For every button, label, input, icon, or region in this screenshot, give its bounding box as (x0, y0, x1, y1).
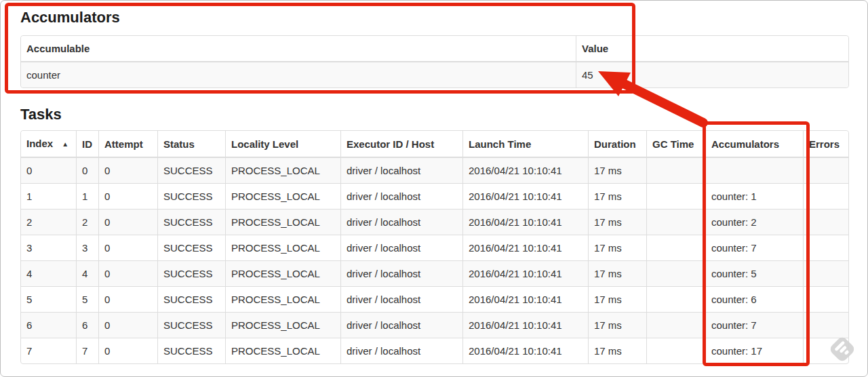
table-cell (803, 312, 848, 338)
table-cell (646, 286, 705, 312)
table-row: 660SUCCESSPROCESS_LOCALdriver / localhos… (21, 312, 848, 338)
table-cell: 2016/04/21 10:10:41 (462, 286, 588, 312)
table-cell (646, 260, 705, 286)
table-cell: counter: 7 (705, 312, 803, 338)
column-header-errors[interactable]: Errors (803, 131, 848, 157)
table-cell (803, 183, 848, 209)
table-cell: counter: 6 (705, 286, 803, 312)
table-row: 440SUCCESSPROCESS_LOCALdriver / localhos… (21, 260, 848, 286)
table-cell: 0 (98, 312, 157, 338)
table-cell: SUCCESS (157, 260, 225, 286)
table-cell: PROCESS_LOCAL (225, 209, 340, 235)
table-cell: PROCESS_LOCAL (225, 157, 340, 183)
table-cell: counter: 17 (705, 338, 803, 363)
column-header-launch-time[interactable]: Launch Time (462, 131, 588, 157)
table-row: 220SUCCESSPROCESS_LOCALdriver / localhos… (21, 209, 848, 235)
table-cell: 0 (76, 157, 98, 183)
page-frame: Accumulators AccumulableValue counter45 … (0, 0, 868, 377)
table-cell: PROCESS_LOCAL (225, 183, 340, 209)
table-cell: 6 (21, 312, 76, 338)
table-cell: 17 ms (588, 338, 646, 363)
column-header-status[interactable]: Status (157, 131, 225, 157)
table-row: 770SUCCESSPROCESS_LOCALdriver / localhos… (21, 338, 848, 363)
table-cell (646, 312, 705, 338)
tasks-header-row: Index▲IDAttemptStatusLocality LevelExecu… (21, 131, 848, 157)
table-cell: counter: 7 (705, 235, 803, 260)
table-cell: 1 (21, 183, 76, 209)
stage-detail-content: Accumulators AccumulableValue counter45 … (1, 1, 867, 364)
table-cell: 4 (76, 260, 98, 286)
table-cell (646, 209, 705, 235)
table-cell: counter: 5 (705, 260, 803, 286)
table-row: counter45 (21, 62, 848, 87)
column-header-id[interactable]: ID (76, 131, 98, 157)
column-header-attempt[interactable]: Attempt (98, 131, 157, 157)
table-cell: 17 ms (588, 312, 646, 338)
table-cell: driver / localhost (340, 209, 462, 235)
table-cell: 0 (98, 157, 157, 183)
column-header-index[interactable]: Index▲ (21, 131, 76, 157)
table-cell: 2016/04/21 10:10:41 (462, 183, 588, 209)
column-header-accumulable[interactable]: Accumulable (21, 36, 576, 62)
table-cell: 2016/04/21 10:10:41 (462, 209, 588, 235)
table-cell: 2016/04/21 10:10:41 (462, 312, 588, 338)
table-row: 330SUCCESSPROCESS_LOCALdriver / localhos… (21, 235, 848, 260)
table-cell: SUCCESS (157, 157, 225, 183)
table-cell: PROCESS_LOCAL (225, 312, 340, 338)
table-cell: counter (21, 62, 576, 87)
table-cell: 7 (76, 338, 98, 363)
tasks-table-body: 000SUCCESSPROCESS_LOCALdriver / localhos… (21, 157, 848, 363)
table-cell: driver / localhost (340, 157, 462, 183)
table-cell: PROCESS_LOCAL (225, 235, 340, 260)
table-cell: PROCESS_LOCAL (225, 286, 340, 312)
table-cell: 0 (98, 209, 157, 235)
table-cell: 17 ms (588, 235, 646, 260)
sort-ascending-icon: ▲ (62, 140, 68, 148)
table-cell: 45 (576, 62, 848, 87)
table-cell: counter: 1 (705, 183, 803, 209)
table-cell: 17 ms (588, 286, 646, 312)
table-cell: 17 ms (588, 183, 646, 209)
accumulators-header-row: AccumulableValue (21, 36, 848, 62)
table-cell: 17 ms (588, 209, 646, 235)
accumulators-section-title: Accumulators (20, 9, 849, 26)
table-cell: 7 (21, 338, 76, 363)
column-header-accumulators[interactable]: Accumulators (705, 131, 803, 157)
table-cell: 0 (98, 183, 157, 209)
table-cell: 6 (76, 312, 98, 338)
table-cell: 2 (76, 209, 98, 235)
table-row: 550SUCCESSPROCESS_LOCALdriver / localhos… (21, 286, 848, 312)
table-cell (803, 260, 848, 286)
table-cell (803, 338, 848, 363)
tasks-table: Index▲IDAttemptStatusLocality LevelExecu… (20, 130, 849, 364)
column-header-value[interactable]: Value (576, 36, 848, 62)
table-cell: counter: 2 (705, 209, 803, 235)
table-cell: 2 (21, 209, 76, 235)
table-cell: SUCCESS (157, 209, 225, 235)
table-cell: driver / localhost (340, 338, 462, 363)
table-cell (646, 157, 705, 183)
accumulators-table: AccumulableValue counter45 (20, 35, 849, 88)
column-header-duration[interactable]: Duration (588, 131, 646, 157)
table-cell: PROCESS_LOCAL (225, 338, 340, 363)
table-cell: SUCCESS (157, 338, 225, 363)
tasks-section-title: Tasks (20, 106, 849, 123)
table-row: 110SUCCESSPROCESS_LOCALdriver / localhos… (21, 183, 848, 209)
table-cell (803, 286, 848, 312)
table-cell: 17 ms (588, 157, 646, 183)
table-cell: 5 (21, 286, 76, 312)
table-cell: PROCESS_LOCAL (225, 260, 340, 286)
table-cell (646, 338, 705, 363)
table-cell: 2016/04/21 10:10:41 (462, 235, 588, 260)
table-cell: 3 (21, 235, 76, 260)
column-header-gc-time[interactable]: GC Time (646, 131, 705, 157)
column-header-executor-id-host[interactable]: Executor ID / Host (340, 131, 462, 157)
column-header-locality-level[interactable]: Locality Level (225, 131, 340, 157)
table-cell: driver / localhost (340, 235, 462, 260)
table-cell (646, 235, 705, 260)
table-cell: 1 (76, 183, 98, 209)
table-cell: 2016/04/21 10:10:41 (462, 260, 588, 286)
table-cell: driver / localhost (340, 260, 462, 286)
table-cell: SUCCESS (157, 183, 225, 209)
table-cell: driver / localhost (340, 312, 462, 338)
